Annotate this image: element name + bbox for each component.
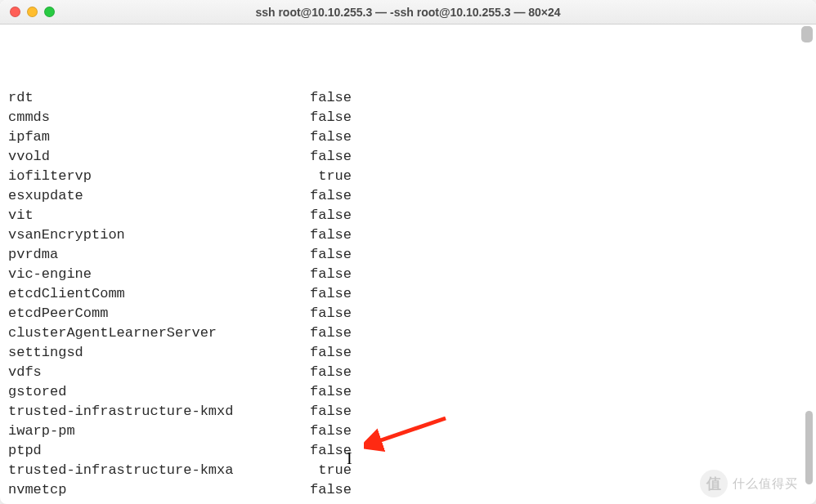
service-value: false — [303, 147, 352, 167]
service-name: vsanEncryption — [8, 225, 303, 245]
service-value: false — [303, 284, 352, 304]
service-name: NutServer — [8, 500, 303, 504]
service-value: false — [303, 88, 352, 108]
minimize-button[interactable] — [27, 7, 38, 17]
service-value: false — [303, 382, 352, 402]
service-value: true — [303, 500, 352, 504]
service-value: false — [303, 265, 352, 284]
service-name: cmmds — [8, 108, 303, 127]
output-row: rdtfalse — [8, 88, 808, 108]
output-row: trusted-infrastructure-kmxatrue — [8, 461, 808, 480]
scrollbar-indicator — [801, 26, 813, 42]
service-value: false — [303, 323, 352, 343]
watermark-text: 什么值得买 — [733, 476, 798, 492]
service-name: trusted-infrastructure-kmxd — [8, 402, 303, 421]
output-row: vitfalse — [8, 206, 808, 225]
output-row: esxupdatefalse — [8, 186, 808, 206]
service-value: false — [303, 127, 352, 147]
service-value: false — [303, 225, 352, 245]
scrollbar-thumb[interactable] — [805, 411, 813, 484]
terminal-body[interactable]: rdtfalsecmmdsfalseipfamfalsevvoldfalseio… — [0, 25, 816, 504]
output-row: iwarp-pmfalse — [8, 421, 808, 441]
output-row: gstoredfalse — [8, 382, 808, 402]
output-row: settingsdfalse — [8, 343, 808, 363]
service-name: pvrdma — [8, 245, 303, 265]
service-value: false — [303, 304, 352, 323]
service-name: etcdClientComm — [8, 284, 303, 304]
output-row: cmmdsfalse — [8, 108, 808, 127]
service-name: clusterAgentLearnerServer — [8, 323, 303, 343]
service-value: false — [303, 363, 352, 382]
service-name: rdt — [8, 88, 303, 108]
service-value: true — [303, 167, 352, 186]
service-value: false — [303, 480, 352, 500]
output-row: ipfamfalse — [8, 127, 808, 147]
service-name: nvmetcp — [8, 480, 303, 500]
service-value: false — [303, 343, 352, 363]
output-row: ptpdfalse — [8, 441, 808, 461]
service-name: iofiltervp — [8, 167, 303, 186]
service-name: esxupdate — [8, 186, 303, 206]
watermark: 值 什么值得买 — [700, 470, 798, 497]
service-name: vic-engine — [8, 265, 303, 284]
window-title: ssh root@10.10.255.3 — -ssh root@10.10.2… — [255, 6, 560, 19]
output-row: clusterAgentLearnerServerfalse — [8, 323, 808, 343]
output-row: NutServertrue — [8, 500, 808, 504]
service-name: ipfam — [8, 127, 303, 147]
service-name: etcdPeerComm — [8, 304, 303, 323]
close-button[interactable] — [10, 7, 20, 17]
output-row: vdfsfalse — [8, 363, 808, 382]
terminal-window: ssh root@10.10.255.3 — -ssh root@10.10.2… — [0, 0, 816, 504]
output-row: etcdPeerCommfalse — [8, 304, 808, 323]
output-row: vic-enginefalse — [8, 265, 808, 284]
service-name: vit — [8, 206, 303, 225]
service-value: false — [303, 421, 352, 441]
output-row: iofiltervptrue — [8, 167, 808, 186]
output-row: trusted-infrastructure-kmxdfalse — [8, 402, 808, 421]
service-name: settingsd — [8, 343, 303, 363]
output-row: pvrdmafalse — [8, 245, 808, 265]
service-value: false — [303, 441, 352, 461]
service-name: vvold — [8, 147, 303, 167]
service-value: false — [303, 402, 352, 421]
service-value: false — [303, 108, 352, 127]
output-row: nvmetcpfalse — [8, 480, 808, 500]
titlebar[interactable]: ssh root@10.10.255.3 — -ssh root@10.10.2… — [0, 0, 816, 25]
service-value: false — [303, 186, 352, 206]
service-value: true — [303, 461, 352, 480]
service-name: iwarp-pm — [8, 421, 303, 441]
text-cursor-icon: I — [347, 449, 352, 468]
output-row: vvoldfalse — [8, 147, 808, 167]
service-value: false — [303, 206, 352, 225]
watermark-badge: 值 — [700, 470, 728, 497]
scrollbar[interactable] — [800, 26, 813, 489]
maximize-button[interactable] — [44, 7, 55, 17]
service-name: trusted-infrastructure-kmxa — [8, 461, 303, 480]
service-value: false — [303, 245, 352, 265]
service-name: gstored — [8, 382, 303, 402]
service-name: vdfs — [8, 363, 303, 382]
service-name: ptpd — [8, 441, 303, 461]
window-controls — [10, 7, 55, 17]
output-row: etcdClientCommfalse — [8, 284, 808, 304]
output-row: vsanEncryptionfalse — [8, 225, 808, 245]
